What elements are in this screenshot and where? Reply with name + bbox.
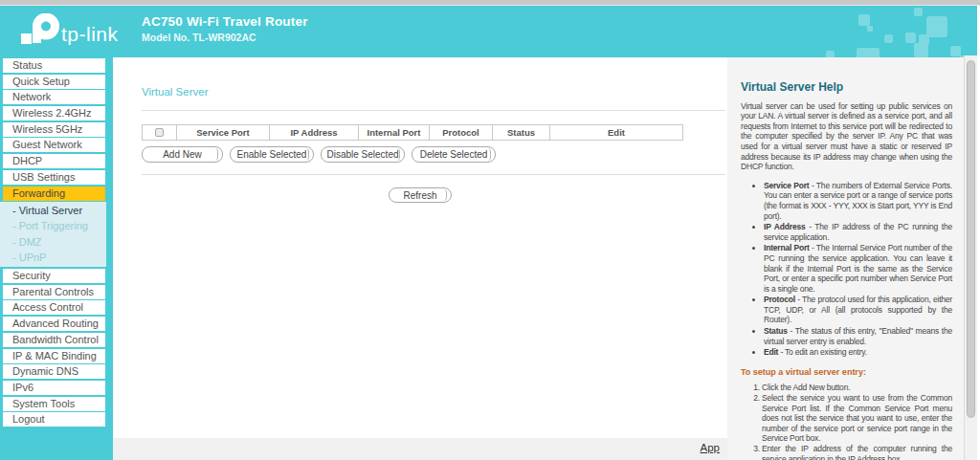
sidebar-item-network[interactable]: Network [3,90,105,104]
sidebar-subitem-dmz[interactable]: - DMZ [0,234,106,250]
sidebar-item-system-tools[interactable]: System Tools [3,397,105,411]
help-step: Enter the IP address of the computer run… [762,444,952,460]
table-actions: Add New Enable Selected Disable Selected… [142,146,496,163]
enable-selected-button[interactable]: Enable Selected [230,146,314,163]
header-pixel-pattern [814,6,977,57]
help-setup-heading: To setup a virtual server entry: [741,367,952,378]
help-panel: Virtual Server Help Virtual server can b… [727,57,964,460]
help-term-list: Service Port - The numbers of External S… [764,181,952,358]
table-header-select [143,125,176,140]
help-term-internal-port: Internal Port - The Internal Service Por… [764,243,952,294]
delete-selected-button[interactable]: Delete Selected [412,146,496,163]
footer-strip: App [113,438,727,460]
device-title: AC750 Wi-Fi Travel Router [142,14,308,29]
help-term-protocol: Protocol - The protocol used for this ap… [764,295,952,325]
tp-link-logo-text: tp-link [61,23,119,45]
sidebar-subitem-port-triggering[interactable]: - Port Triggering [0,218,106,233]
sidebar-item-access-control[interactable]: Access Control [3,300,105,315]
main-content: Virtual Server Service Port IP Address I… [113,57,727,438]
page-title: Virtual Server [142,86,208,98]
sidebar-item-wireless-5ghz[interactable]: Wireless 5GHz [3,122,105,137]
app-header: tp-link AC750 Wi-Fi Travel Router Model … [0,6,977,57]
scrollbar-thumb[interactable] [967,60,975,418]
page-scrollbar[interactable] [964,55,977,460]
help-term-ip-address: IP Address - The IP address of the PC ru… [764,222,952,242]
sidebar-item-advanced-routing[interactable]: Advanced Routing [3,317,105,331]
help-term-status: Status - The status of this entry, "Enab… [764,326,952,346]
router-admin-page: tp-link AC750 Wi-Fi Travel Router Model … [0,0,980,460]
sidebar-item-dhcp[interactable]: DHCP [3,154,105,168]
sidebar-item-ip-mac-binding[interactable]: IP & MAC Binding [3,349,105,363]
sidebar-item-quick-setup[interactable]: Quick Setup [3,75,105,89]
help-steps-list: Click the Add New button. Select the ser… [762,383,952,460]
sidebar-item-logout[interactable]: Logout [3,412,105,427]
sidebar-item-bandwidth-control[interactable]: Bandwidth Control [3,333,105,347]
table-header-service-port: Service Port [176,125,269,140]
help-step: Select the service you want to use from … [762,393,952,444]
help-title: Virtual Server Help [741,82,952,93]
help-term-service-port: Service Port - The numbers of External S… [764,181,952,221]
virtual-server-table: Service Port IP Address Internal Port Pr… [142,124,683,141]
tp-link-logo-icon [21,17,56,44]
help-intro: Virtual server can be used for setting u… [741,101,952,172]
sidebar-nav: Status Quick Setup Network Wireless 2.4G… [0,57,113,460]
sidebar-item-ipv6[interactable]: IPv6 [3,381,105,395]
forwarding-submenu: - Virtual Server - Port Triggering - DMZ… [0,202,106,267]
divider [142,174,725,175]
sidebar-item-status[interactable]: Status [3,58,105,73]
sidebar-item-guest-network[interactable]: Guest Network [3,138,105,152]
table-header-protocol: Protocol [429,125,492,140]
help-term-edit: Edit - To edit an existing entry. [764,347,952,358]
add-new-button[interactable]: Add New [142,146,223,163]
disable-selected-button[interactable]: Disable Selected [321,146,405,163]
divider [142,110,725,111]
sidebar-subitem-upnp[interactable]: - UPnP [0,250,106,265]
select-all-checkbox[interactable] [155,128,164,137]
sidebar-item-dynamic-dns[interactable]: Dynamic DNS [3,364,105,379]
table-header-ip-address: IP Address [269,125,358,140]
sidebar-item-usb-settings[interactable]: USB Settings [3,170,105,185]
device-model: Model No. TL-WR902AC [142,32,308,43]
sidebar-item-security[interactable]: Security [3,269,105,283]
app-link[interactable]: App [701,442,720,453]
help-step: Click the Add New button. [762,383,952,393]
refresh-button[interactable]: Refresh [389,187,452,203]
table-header-internal-port: Internal Port [358,125,429,140]
table-header-status: Status [492,125,549,140]
sidebar-subitem-virtual-server[interactable]: - Virtual Server [0,203,106,218]
sidebar-item-parental-controls[interactable]: Parental Controls [3,285,105,299]
sidebar-item-forwarding[interactable]: Forwarding [3,186,105,201]
table-header-edit: Edit [549,125,682,140]
sidebar-item-wireless-24ghz[interactable]: Wireless 2.4GHz [3,106,105,120]
